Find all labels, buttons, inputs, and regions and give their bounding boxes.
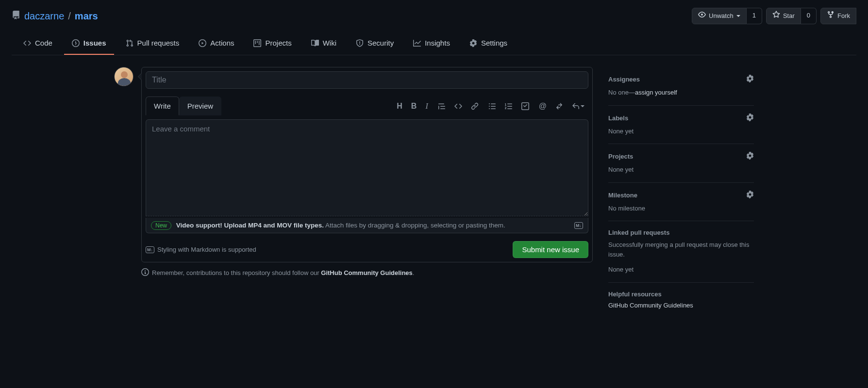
link-icon[interactable] [471, 102, 479, 110]
nav-settings[interactable]: Settings [462, 34, 515, 55]
fork-icon [827, 11, 835, 21]
labels-title: Labels [608, 114, 628, 122]
repo-nav: Code Issues Pull requests Actions Projec… [12, 34, 856, 55]
gear-icon[interactable] [746, 152, 754, 161]
repo-slash: / [68, 11, 71, 22]
sidebar-assignees: Assignees No one—assign yourself [608, 67, 754, 106]
attach-bold-text: Video support! Upload MP4 and MOV file t… [176, 222, 324, 229]
nav-actions[interactable]: Actions [191, 34, 242, 55]
sidebar: Assignees No one—assign yourself Labels … [608, 67, 754, 317]
assignees-prefix: No one— [608, 89, 635, 96]
sidebar-labels: Labels None yet [608, 106, 754, 145]
nav-projects[interactable]: Projects [246, 34, 299, 55]
tasklist-icon[interactable] [521, 102, 529, 110]
editor-toolbar: H B I [397, 102, 588, 111]
guideline-note: Remember, contributions to this reposito… [141, 268, 593, 277]
assign-yourself-link[interactable]: assign yourself [635, 89, 677, 96]
nav-settings-label: Settings [481, 39, 507, 47]
reference-icon[interactable] [555, 102, 563, 110]
eye-icon [698, 11, 706, 21]
linked-pr-title: Linked pull requests [608, 229, 669, 236]
nav-code-label: Code [35, 39, 52, 47]
md-support-link[interactable]: M↓ Styling with Markdown is supported [146, 246, 256, 253]
nav-security[interactable]: Security [348, 34, 401, 55]
nav-pulls-label: Pull requests [137, 39, 180, 47]
nav-security-label: Security [367, 39, 394, 47]
reply-icon[interactable] [572, 102, 584, 110]
milestone-title: Milestone [608, 192, 637, 199]
caret-down-icon [581, 105, 584, 107]
title-input[interactable] [146, 71, 588, 89]
unwatch-label: Unwatch [709, 11, 734, 21]
submit-button[interactable]: Submit new issue [513, 241, 588, 258]
fork-group: Fork [820, 8, 856, 24]
unwatch-group: Unwatch 1 [692, 8, 762, 24]
guideline-link[interactable]: GitHub Community Guidelines [321, 269, 413, 276]
fork-button[interactable]: Fork [820, 8, 856, 24]
sidebar-projects: Projects None yet [608, 144, 754, 183]
fork-label: Fork [837, 11, 850, 21]
star-icon [772, 11, 780, 21]
gear-icon[interactable] [746, 191, 754, 200]
avatar[interactable] [114, 67, 134, 86]
new-badge: New [151, 221, 171, 230]
caret-down-icon [736, 15, 740, 17]
md-support-text: Styling with Markdown is supported [157, 246, 256, 253]
star-count[interactable]: 0 [801, 8, 817, 24]
projects-body: None yet [608, 165, 754, 175]
nav-wiki-label: Wiki [323, 39, 336, 47]
gear-icon[interactable] [746, 113, 754, 123]
linked-pr-desc: Successfully merging a pull request may … [608, 240, 754, 259]
star-button[interactable]: Star [766, 8, 801, 24]
attach-rest-text: Attach files by dragging & dropping, sel… [324, 222, 505, 229]
guideline-prefix: Remember, contributions to this reposito… [152, 269, 321, 276]
tab-preview[interactable]: Preview [179, 97, 221, 115]
nav-wiki[interactable]: Wiki [303, 34, 344, 55]
projects-title: Projects [608, 153, 633, 160]
tab-write[interactable]: Write [146, 97, 179, 115]
nav-insights[interactable]: Insights [405, 34, 458, 55]
nav-actions-label: Actions [210, 39, 234, 47]
quote-icon[interactable] [438, 102, 446, 110]
nav-pulls[interactable]: Pull requests [118, 34, 187, 55]
markdown-icon: M↓ [146, 246, 154, 253]
list-ol-icon[interactable] [505, 102, 513, 110]
info-icon [141, 268, 149, 277]
italic-icon[interactable]: I [425, 102, 428, 111]
nav-issues[interactable]: Issues [64, 34, 114, 55]
nav-code[interactable]: Code [16, 34, 60, 55]
nav-insights-label: Insights [425, 39, 450, 47]
sidebar-milestone: Milestone No milestone [608, 183, 754, 222]
markdown-icon[interactable]: M↓ [574, 222, 583, 229]
star-group: Star 0 [766, 8, 817, 24]
heading-icon[interactable]: H [397, 102, 402, 111]
code-icon[interactable] [454, 102, 462, 110]
nav-issues-label: Issues [83, 39, 106, 47]
repo-owner-link[interactable]: daczarne [24, 11, 64, 22]
issue-form: Write Preview H B I [141, 67, 593, 262]
sidebar-linked-pr: Linked pull requests Successfully mergin… [608, 221, 754, 283]
assignees-title: Assignees [608, 76, 640, 83]
repo-title: daczarne / mars [12, 11, 98, 22]
milestone-body: No milestone [608, 204, 754, 213]
attach-bar[interactable]: New Video support! Upload MP4 and MOV fi… [146, 218, 588, 233]
comment-textarea[interactable] [146, 119, 588, 216]
repo-name-link[interactable]: mars [75, 11, 98, 22]
bold-icon[interactable]: B [411, 102, 417, 111]
star-label: Star [783, 11, 795, 21]
sidebar-resources: Helpful resources GitHub Community Guide… [608, 283, 754, 317]
linked-pr-body: None yet [608, 265, 754, 275]
guideline-suffix: . [413, 269, 415, 276]
nav-projects-label: Projects [265, 39, 291, 47]
gear-icon[interactable] [746, 75, 754, 84]
resources-link[interactable]: GitHub Community Guidelines [608, 302, 754, 309]
repo-icon [12, 11, 20, 22]
labels-body: None yet [608, 127, 754, 136]
list-ul-icon[interactable] [488, 102, 496, 110]
resources-title: Helpful resources [608, 291, 662, 298]
watch-count[interactable]: 1 [747, 8, 762, 24]
unwatch-button[interactable]: Unwatch [692, 8, 747, 24]
mention-icon[interactable]: @ [539, 102, 547, 111]
